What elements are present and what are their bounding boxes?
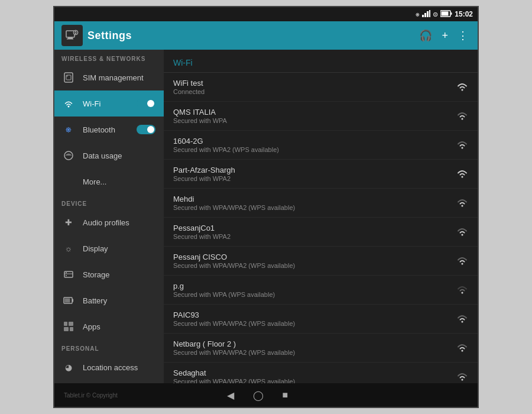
wifi-network-item[interactable]: PAIC93 Secured with WPA/WPA2 (WPS availa… bbox=[164, 305, 478, 334]
sidebar-item-audio[interactable]: ✚ Audio profiles bbox=[54, 209, 164, 235]
wifi-network-info: p.g Secured with WPA (WPS available) bbox=[173, 282, 452, 298]
wifi-network-status: Secured with WPA/WPA2 (WPS available) bbox=[173, 378, 452, 383]
back-button[interactable]: ◀ bbox=[227, 390, 234, 401]
sidebar: WIRELESS & NETWORKS SIM management Wi-Fi… bbox=[54, 50, 164, 383]
apps-icon bbox=[63, 321, 74, 332]
wifi-network-item[interactable]: Mehdi Secured with WPA/WPA2 (WPS availab… bbox=[164, 189, 478, 218]
sidebar-item-wifi[interactable]: Wi-Fi bbox=[54, 90, 164, 117]
wifi-network-status: Connected bbox=[173, 88, 452, 95]
storage-label: Storage bbox=[83, 270, 155, 279]
wifi-signal-icon bbox=[456, 283, 468, 296]
storage-icon bbox=[63, 269, 74, 280]
svg-rect-6 bbox=[442, 12, 449, 16]
wifi-network-name: 1604-2G bbox=[173, 137, 452, 145]
display-icon: ☼ bbox=[63, 242, 74, 254]
wifi-network-item[interactable]: Pessanj CISCO Secured with WPA/WPA2 (WPS… bbox=[164, 247, 478, 276]
wifi-network-info: Part-Afzar-Shargh Secured with WPA2 bbox=[173, 166, 452, 182]
svg-point-21 bbox=[66, 275, 67, 276]
wifi-signal-icon bbox=[456, 138, 468, 151]
bluetooth-label: Bluetooth bbox=[83, 125, 128, 134]
wifi-network-name: Sedaghat bbox=[173, 368, 452, 377]
wifi-network-name: Netbarg ( Floor 2 ) bbox=[173, 339, 452, 348]
svg-rect-23 bbox=[72, 299, 73, 302]
wifi-signal-icon bbox=[456, 341, 468, 354]
wifi-network-item[interactable]: PessanjCo1 Secured with WPA2 bbox=[164, 218, 478, 247]
svg-point-29 bbox=[462, 89, 463, 91]
section-header-device: DEVICE bbox=[54, 195, 164, 209]
wifi-signal-icon bbox=[456, 109, 468, 122]
svg-rect-26 bbox=[69, 322, 73, 326]
wifi-network-item[interactable]: Netbarg ( Floor 2 ) Secured with WPA/WPA… bbox=[164, 334, 478, 363]
add-button[interactable]: + bbox=[439, 27, 450, 44]
wifi-network-name: Pessanj CISCO bbox=[173, 253, 452, 261]
status-time: 15:02 bbox=[455, 10, 473, 18]
bluetooth-toggle[interactable] bbox=[137, 125, 155, 134]
wifi-network-status: Secured with WPA/WPA2 (WPS available) bbox=[173, 320, 452, 327]
wifi-network-status: Secured with WPA (WPS available) bbox=[173, 291, 452, 298]
sidebar-item-storage[interactable]: Storage bbox=[54, 261, 164, 287]
svg-point-16 bbox=[68, 106, 70, 108]
wifi-signal-icon bbox=[456, 225, 468, 238]
wifi-signal-icon bbox=[456, 196, 468, 209]
recents-button[interactable]: ■ bbox=[283, 390, 288, 401]
wifi-network-status: Secured with WPA2 (WPS available) bbox=[173, 146, 452, 153]
audio-label: Audio profiles bbox=[83, 218, 155, 227]
display-label: Display bbox=[83, 244, 155, 253]
apps-label: Apps bbox=[83, 322, 155, 331]
sidebar-item-location[interactable]: ◕ Location access bbox=[54, 354, 164, 380]
signal-icon bbox=[422, 10, 430, 18]
sidebar-item-data[interactable]: Data usage bbox=[54, 143, 164, 169]
sidebar-item-bluetooth[interactable]: ⎈ Bluetooth bbox=[54, 117, 164, 143]
wifi-toggle[interactable] bbox=[137, 99, 155, 108]
svg-point-31 bbox=[462, 147, 463, 149]
bluetooth-icon: ⎈ bbox=[416, 11, 420, 18]
sidebar-item-display[interactable]: ☼ Display bbox=[54, 235, 164, 261]
app-toolbar: Settings 🎧 + ⋮ bbox=[54, 21, 478, 50]
wifi-signal-icon bbox=[456, 80, 468, 93]
wifi-sidebar-icon bbox=[63, 98, 74, 109]
wifi-network-item[interactable]: Sedaghat Secured with WPA/WPA2 (WPS avai… bbox=[164, 363, 478, 383]
headset-button[interactable]: 🎧 bbox=[417, 27, 434, 44]
wifi-network-info: PessanjCo1 Secured with WPA2 bbox=[173, 224, 452, 240]
wifi-network-item[interactable]: p.g Secured with WPA (WPS available) bbox=[164, 276, 478, 305]
status-bar: ⎈ ⊜ 15:02 bbox=[54, 7, 478, 21]
battery-icon bbox=[440, 10, 452, 18]
svg-point-34 bbox=[462, 234, 463, 236]
wifi-network-name: WiFi test bbox=[173, 79, 452, 88]
wifi-network-list: WiFi test Connected QMS ITALIA Secured w… bbox=[164, 73, 478, 383]
svg-rect-24 bbox=[65, 299, 70, 303]
wifi-network-item[interactable]: Part-Afzar-Shargh Secured with WPA2 bbox=[164, 160, 478, 189]
sidebar-item-more[interactable]: More... bbox=[54, 169, 164, 195]
svg-point-32 bbox=[462, 176, 463, 178]
svg-rect-28 bbox=[70, 327, 73, 331]
svg-point-36 bbox=[462, 292, 463, 294]
copyright-text: Tablet.ir © Copyright bbox=[64, 392, 118, 399]
wifi-network-info: Mehdi Secured with WPA/WPA2 (WPS availab… bbox=[173, 195, 452, 211]
overflow-button[interactable]: ⋮ bbox=[455, 27, 471, 44]
svg-rect-3 bbox=[429, 10, 430, 17]
sidebar-item-apps[interactable]: Apps bbox=[54, 313, 164, 339]
home-button[interactable]: ◯ bbox=[253, 390, 264, 401]
sidebar-item-battery[interactable]: Battery bbox=[54, 287, 164, 313]
location-icon: ◕ bbox=[63, 361, 74, 373]
wifi-network-name: p.g bbox=[173, 282, 452, 290]
sidebar-item-sim[interactable]: SIM management bbox=[54, 64, 164, 90]
wifi-network-item[interactable]: 1604-2G Secured with WPA2 (WPS available… bbox=[164, 131, 478, 160]
svg-point-15 bbox=[67, 76, 68, 77]
status-icons: ⎈ ⊜ 15:02 bbox=[416, 10, 473, 18]
svg-rect-25 bbox=[64, 322, 67, 326]
svg-point-33 bbox=[462, 205, 463, 207]
sim-icon bbox=[63, 72, 74, 83]
wifi-panel: Wi-Fi WiFi test Connected QMS ITALIA Sec… bbox=[164, 50, 478, 383]
wifi-network-item[interactable]: QMS ITALIA Secured with WPA bbox=[164, 102, 478, 131]
wifi-signal-icon bbox=[456, 254, 468, 267]
svg-rect-2 bbox=[427, 11, 429, 17]
wifi-network-item[interactable]: WiFi test Connected bbox=[164, 73, 478, 102]
svg-rect-11 bbox=[75, 31, 76, 32]
svg-rect-9 bbox=[67, 38, 73, 40]
wifi-network-info: Sedaghat Secured with WPA/WPA2 (WPS avai… bbox=[173, 368, 452, 383]
wifi-network-name: Mehdi bbox=[173, 195, 452, 203]
wifi-signal-icon bbox=[456, 167, 468, 180]
svg-rect-1 bbox=[424, 13, 426, 17]
svg-rect-27 bbox=[64, 327, 69, 331]
